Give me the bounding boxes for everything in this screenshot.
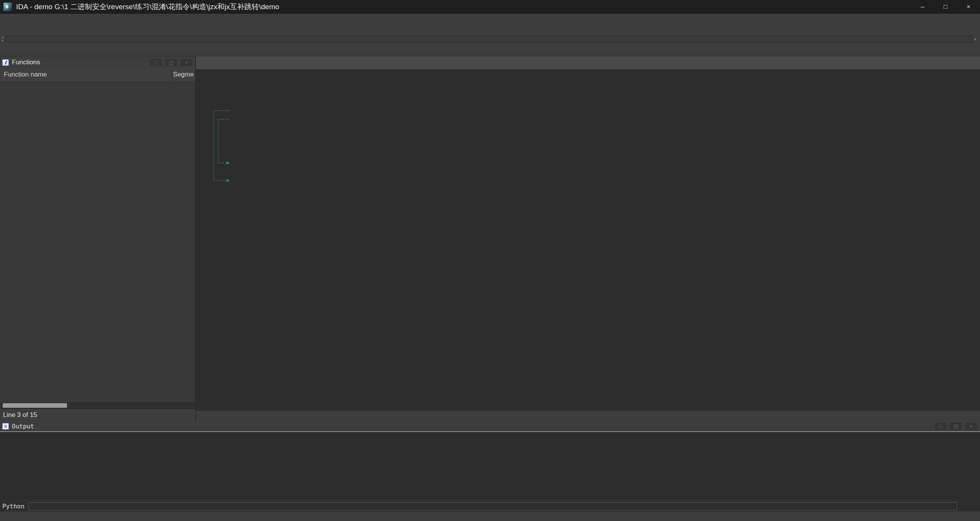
functions-panel-title: Functions (12, 59, 40, 66)
output-window: ≣ Output □ ◳ × Python (0, 421, 980, 511)
window-controls: – □ × (911, 0, 980, 14)
functions-panel: f Functions □ ◳ × Function name Segme Li… (0, 56, 196, 421)
output-float-button[interactable]: ◳ (949, 422, 962, 430)
functions-list (0, 82, 195, 402)
python-prompt-label: Python (0, 503, 28, 510)
functions-column-headers: Function name Segme (0, 68, 195, 82)
python-input[interactable] (28, 502, 957, 510)
output-log[interactable] (0, 431, 980, 501)
functions-hscrollbar[interactable] (1, 402, 194, 409)
window-title: IDA - demo G:\1 二进制安全\reverse\练习\混淆\花指令\… (16, 2, 279, 12)
python-prompt-row: Python (0, 501, 980, 511)
status-bar (0, 511, 980, 521)
menu-bar (0, 14, 980, 24)
functions-panel-header[interactable]: f Functions □ ◳ × (0, 56, 195, 68)
output-icon: ≣ (2, 423, 9, 430)
color-legend (0, 44, 980, 56)
navband-right-arrow[interactable]: ▸ (973, 37, 978, 41)
panel-float-button[interactable]: ◳ (165, 58, 178, 67)
close-button[interactable]: × (957, 0, 980, 14)
functions-status: Line 3 of 15 (0, 409, 195, 421)
navband-scroll-arrows[interactable]: ◂▸ (0, 36, 5, 42)
panel-maximize-button[interactable]: □ (149, 58, 162, 67)
view-tab-bar (196, 56, 980, 69)
panel-close-button[interactable]: × (180, 58, 193, 67)
minimize-button[interactable]: – (911, 0, 934, 14)
output-maximize-button[interactable]: □ (934, 422, 947, 430)
output-title: Output (12, 423, 34, 430)
disasm-status-line (196, 410, 980, 421)
toolbar (0, 24, 980, 34)
maximize-button[interactable]: □ (934, 0, 957, 14)
output-close-button[interactable]: × (965, 422, 978, 430)
ida-view-a-content[interactable] (196, 69, 980, 410)
ida-app-icon (3, 2, 12, 11)
navigation-band-row: ◂▸ ▸ (0, 34, 980, 44)
function-icon: f (2, 59, 9, 66)
scrollbar-thumb[interactable] (3, 403, 67, 408)
navigation-band[interactable] (5, 36, 973, 42)
column-segment[interactable]: Segme (171, 68, 195, 82)
title-bar: IDA - demo G:\1 二进制安全\reverse\练习\混淆\花指令\… (0, 0, 980, 14)
disassembly-area (196, 56, 980, 421)
column-function-name[interactable]: Function name (0, 68, 171, 82)
output-header[interactable]: ≣ Output □ ◳ × (0, 421, 980, 431)
jump-arrows (196, 69, 231, 410)
